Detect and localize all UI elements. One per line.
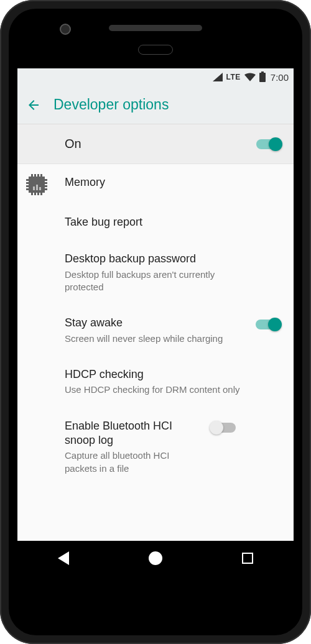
settings-list[interactable]: Memory Take bug report Desktop b [17, 164, 294, 576]
triangle-back-icon [58, 551, 69, 565]
row-title: HDCP checking [65, 367, 248, 382]
row-bluetooth-hci-snoop[interactable]: Enable Bluetooth HCI snoop log Capture a… [17, 408, 294, 486]
row-subtitle: Use HDCP checking for DRM content only [65, 384, 248, 396]
earpiece-icon [109, 25, 202, 31]
master-toggle-row[interactable]: On [17, 124, 294, 164]
nav-home-button[interactable] [147, 550, 164, 567]
back-button[interactable] [26, 98, 41, 113]
row-subtitle: Desktop full backups aren't currently pr… [65, 269, 248, 294]
master-switch[interactable] [256, 139, 281, 149]
stay-awake-switch[interactable] [256, 320, 281, 329]
android-nav-bar [17, 541, 294, 576]
square-recents-icon [242, 553, 253, 564]
row-title: Memory [65, 175, 248, 190]
phone-frame: LTE 7:00 Developer options On [0, 0, 311, 644]
row-desktop-backup-password[interactable]: Desktop backup password Desktop full bac… [17, 241, 294, 305]
arrow-back-icon [26, 97, 41, 113]
row-title: Stay awake [65, 316, 248, 330]
phone-bezel: LTE 7:00 Developer options On [9, 9, 302, 635]
network-type-label: LTE [226, 73, 241, 81]
row-title: Enable Bluetooth HCI snoop log [65, 419, 203, 448]
page-title: Developer options [53, 96, 169, 113]
front-camera-icon [60, 24, 71, 35]
row-stay-awake[interactable]: Stay awake Screen will never sleep while… [17, 305, 294, 356]
row-title: Desktop backup password [65, 252, 248, 266]
screen: LTE 7:00 Developer options On [17, 68, 294, 576]
battery-icon [259, 73, 266, 82]
app-bar: Developer options [17, 86, 294, 124]
memory-icon [29, 177, 45, 193]
wifi-icon [244, 73, 256, 81]
nav-back-button[interactable] [55, 550, 72, 567]
cellular-signal-icon [213, 73, 223, 81]
status-bar: LTE 7:00 [17, 68, 294, 86]
row-memory[interactable]: Memory [17, 164, 294, 204]
row-hdcp-checking[interactable]: HDCP checking Use HDCP checking for DRM … [17, 356, 294, 408]
nav-recents-button[interactable] [239, 550, 256, 567]
row-subtitle: Screen will never sleep while charging [65, 333, 248, 345]
row-take-bug-report[interactable]: Take bug report [17, 204, 294, 241]
circle-home-icon [149, 551, 162, 565]
row-title: Take bug report [65, 215, 248, 229]
row-subtitle: Capture all bluetooth HCI packets in a f… [65, 449, 203, 475]
master-toggle-label: On [65, 137, 81, 151]
bluetooth-hci-switch[interactable] [211, 423, 236, 433]
sensor-icon [138, 45, 173, 55]
clock-label: 7:00 [271, 72, 289, 83]
